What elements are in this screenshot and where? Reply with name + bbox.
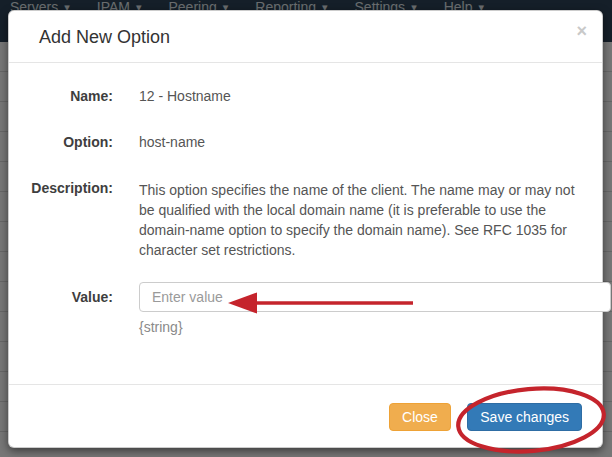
value-control: {string} (139, 282, 611, 335)
save-changes-button[interactable]: Save changes (467, 403, 582, 431)
option-row: Option: host-name (29, 134, 582, 150)
description-label: Description: (29, 180, 113, 260)
close-icon[interactable]: × (576, 22, 587, 40)
name-row: Name: 12 - Hostname (29, 88, 582, 104)
name-label: Name: (29, 88, 113, 104)
modal-body: Name: 12 - Hostname Option: host-name De… (9, 63, 602, 335)
value-type-hint: {string} (139, 319, 611, 335)
description-row: Description: This option specifies the n… (29, 180, 582, 260)
value-input[interactable] (139, 282, 611, 312)
value-label: Value: (29, 282, 113, 335)
add-new-option-modal: Add New Option × Name: 12 - Hostname Opt… (8, 10, 603, 448)
option-label: Option: (29, 134, 113, 150)
name-value: 12 - Hostname (139, 88, 231, 104)
option-value: host-name (139, 134, 205, 150)
description-value: This option specifies the name of the cl… (139, 180, 582, 260)
screen: Servers ▾ IPAM ▾ Peering ▾ Reporting ▾ S… (0, 0, 612, 457)
value-row: Value: {string} (29, 282, 582, 335)
close-button[interactable]: Close (389, 403, 451, 431)
modal-title: Add New Option (39, 27, 170, 48)
modal-footer: Close Save changes (9, 384, 602, 447)
modal-header: Add New Option × (9, 11, 602, 63)
